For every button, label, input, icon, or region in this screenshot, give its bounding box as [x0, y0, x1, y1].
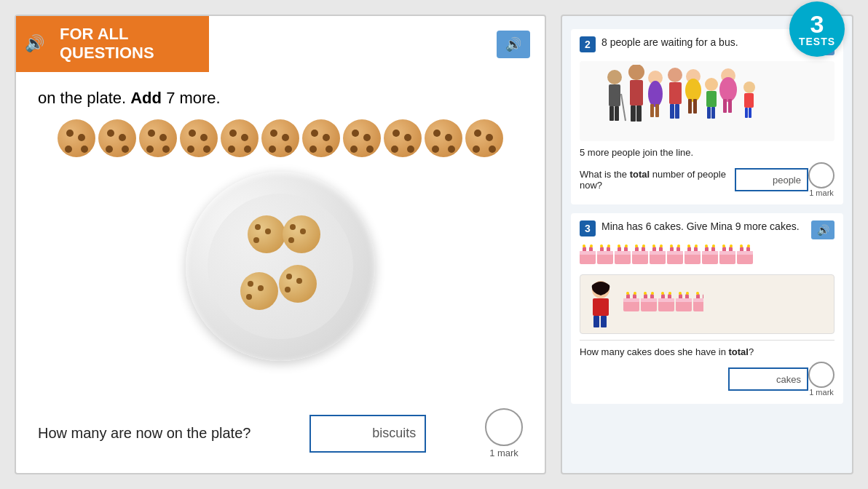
cookie-5 — [221, 119, 259, 157]
plate-biscuit-4 — [279, 265, 317, 303]
mark-label-q2: 1 mark — [809, 188, 834, 197]
svg-rect-41 — [593, 316, 599, 327]
svg-rect-12 — [655, 104, 659, 117]
answer-box-q1[interactable]: biscuits — [309, 415, 426, 453]
q3-subtext-pre: How many cakes does she have in — [580, 346, 729, 357]
svg-rect-7 — [631, 106, 636, 122]
svg-rect-24 — [711, 107, 715, 119]
answer-text-q3: cakes — [776, 374, 801, 385]
svg-rect-42 — [601, 316, 607, 327]
plate-biscuit-1 — [248, 215, 285, 253]
svg-point-5 — [628, 65, 644, 80]
speaker-button-q3[interactable]: 🔊 — [811, 220, 835, 239]
q3-header: 3 Mina has 6 cakes. Give Mina 9 more cak… — [580, 220, 835, 239]
svg-rect-6 — [630, 80, 643, 106]
q3-subtext-end: ? — [749, 346, 754, 357]
svg-point-13 — [668, 68, 682, 82]
mark-container-q2: 1 mark — [808, 162, 835, 197]
svg-rect-1 — [609, 84, 620, 106]
cakes-svg-top — [580, 244, 769, 270]
tests-badge: 3 TESTS — [789, 1, 845, 57]
girl-svg — [585, 279, 618, 329]
svg-point-0 — [607, 70, 622, 84]
svg-rect-30 — [744, 93, 754, 108]
plate-biscuit-2 — [283, 215, 320, 253]
q3-number: 3 — [580, 220, 596, 236]
cookie-4 — [180, 119, 218, 157]
q1-text-post: 7 more. — [166, 89, 221, 107]
orange-banner: 🔊 FOR ALL QUESTIONS — [16, 16, 209, 72]
badge-number: 3 — [810, 12, 824, 36]
cakes-svg-girl — [623, 291, 703, 317]
cookie-8 — [343, 119, 381, 157]
plate-biscuit-3 — [240, 272, 278, 310]
svg-rect-11 — [650, 104, 654, 117]
svg-rect-8 — [636, 106, 642, 122]
svg-rect-27 — [723, 99, 727, 113]
speaker-banner-icon: 🔊 — [25, 34, 44, 53]
q2-question-text: 8 people are waiting for a bus. — [601, 36, 811, 48]
plate — [186, 172, 375, 361]
badge-label: TESTS — [799, 36, 835, 47]
svg-line-4 — [621, 94, 626, 121]
q3-question-text: Mina has 6 cakes. Give Mina 9 more cakes… — [601, 220, 811, 232]
speaker-icon-q3: 🔊 — [817, 224, 829, 236]
q3-subtext: How many cakes does she have in total? — [580, 346, 835, 357]
mark-container-q1: 1 mark — [485, 408, 523, 458]
svg-rect-19 — [688, 99, 692, 114]
cookie-7 — [302, 119, 340, 157]
mark-circle-q1 — [485, 408, 523, 446]
cookie-11 — [465, 119, 503, 157]
right-panel: 3 TESTS 2 8 people are waiting for a bus… — [561, 15, 853, 474]
q2-answer-row: What is the total number of people now? … — [580, 162, 835, 197]
banner-line2: QUESTIONS — [60, 44, 154, 62]
q3-subtext-bold: total — [729, 346, 749, 357]
cookie-10 — [425, 119, 462, 157]
mark-circle-q3 — [808, 362, 835, 388]
q2-number: 2 — [580, 36, 596, 52]
question-block-q2: 2 8 people are waiting for a bus. 🔊 — [571, 29, 843, 204]
answer-text-q2: people — [773, 175, 801, 186]
cookie-2 — [98, 119, 136, 157]
svg-point-10 — [648, 81, 663, 107]
svg-rect-15 — [670, 104, 674, 119]
question-block-q3: 3 Mina has 6 cakes. Give Mina 9 more cak… — [571, 213, 843, 404]
q1-text-pre: on the plate. — [38, 89, 126, 107]
svg-rect-28 — [728, 99, 732, 113]
cookie-3 — [139, 119, 177, 157]
divider-q3 — [580, 340, 835, 341]
q1-text-emphasis: Add — [130, 89, 162, 107]
q2-subtext2-pre: What is the — [580, 169, 630, 180]
q2-subtext2: What is the total number of people now? — [580, 169, 735, 191]
svg-rect-40 — [593, 298, 609, 316]
people-image-area — [580, 61, 835, 141]
people-svg — [601, 65, 813, 138]
cookie-9 — [384, 119, 422, 157]
how-many-label: How many are now on the plate? — [38, 425, 250, 442]
speaker-button-q1[interactable]: 🔊 — [497, 31, 530, 58]
answer-box-q2[interactable]: people — [735, 168, 808, 191]
speaker-icon-q1: 🔊 — [505, 36, 521, 52]
plate-area — [178, 164, 382, 368]
mark-label-q3: 1 mark — [809, 388, 834, 397]
answer-text-q1: biscuits — [372, 426, 416, 441]
q2-subtext2-bold: total — [630, 169, 650, 180]
svg-rect-23 — [707, 107, 711, 119]
svg-point-29 — [743, 82, 755, 93]
answer-box-q3[interactable]: cakes — [728, 367, 808, 391]
question-text-q1: on the plate. Add 7 more. — [38, 89, 221, 108]
svg-rect-31 — [745, 108, 748, 118]
svg-rect-32 — [749, 108, 751, 118]
svg-rect-20 — [693, 99, 697, 114]
cakes-row-top — [580, 244, 835, 270]
left-panel: 🔊 FOR ALL QUESTIONS 🔊 on the plate. Add … — [15, 15, 546, 474]
cookie-1 — [58, 119, 95, 157]
bottom-section-q1: How many are now on the plate? biscuits … — [31, 408, 530, 458]
svg-point-18 — [685, 79, 701, 102]
q2-subtext1: 5 more people join the line. — [580, 147, 835, 158]
banner-line1: FOR ALL — [60, 25, 129, 43]
mark-circle-q2 — [808, 162, 835, 188]
q3-answer-row: cakes 1 mark — [580, 362, 835, 397]
girl-cakes-box — [580, 274, 835, 334]
plate-inner — [208, 194, 353, 339]
